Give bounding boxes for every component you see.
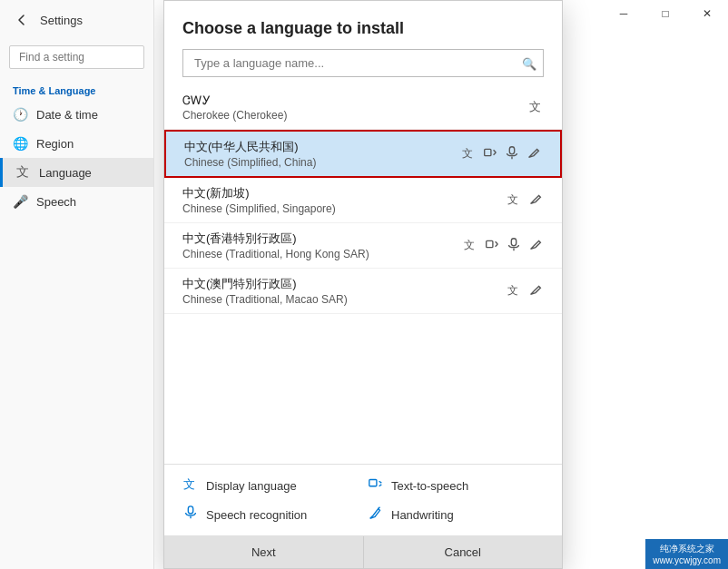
- handwriting-icon: [368, 505, 384, 525]
- svg-text:文: 文: [507, 193, 518, 205]
- search-wrapper: 🔍: [182, 49, 544, 77]
- sidebar-item-label: Speech: [36, 195, 76, 209]
- clock-icon: 🕐: [13, 107, 27, 122]
- find-setting-input[interactable]: [9, 45, 144, 69]
- sidebar-item-date-time[interactable]: 🕐 Date & time: [0, 100, 153, 129]
- next-button[interactable]: Next: [164, 536, 364, 568]
- feature-section: 文 Display language Text-to-speech Speech…: [164, 464, 562, 535]
- lang-code: 中文(中华人民共和国): [184, 139, 316, 155]
- sidebar-item-speech[interactable]: 🎤 Speech: [0, 187, 153, 216]
- maximize-button[interactable]: □: [644, 0, 686, 27]
- svg-line-4: [494, 152, 497, 155]
- window-chrome: ─ □ ✕: [603, 0, 728, 27]
- sidebar-item-label: Language: [39, 166, 92, 180]
- lang-code: 中文(澳門特別行政區): [182, 276, 348, 292]
- main-content-area: ─ □ ✕ ker will appear in this language i…: [154, 0, 728, 569]
- feature-display-language: 文 Display language: [182, 476, 359, 495]
- lang-code: 中文(香港特別行政區): [182, 231, 369, 247]
- svg-text:文: 文: [464, 239, 475, 250]
- feature-handwriting: Handwriting: [368, 505, 544, 525]
- cancel-button[interactable]: Cancel: [364, 536, 563, 568]
- lang-code: 中文(新加坡): [182, 185, 336, 201]
- lang-icons: 文: [527, 98, 544, 117]
- install-language-modal: Choose a language to install 🔍 ᏣᎳᎩ Chero…: [163, 0, 563, 569]
- lang-icon-tts: [484, 236, 500, 255]
- sidebar-item-label: Date & time: [36, 108, 98, 122]
- language-icon: 文: [15, 165, 30, 180]
- lang-icon-handwriting: [527, 281, 544, 300]
- svg-line-11: [496, 244, 498, 247]
- sidebar: Settings Time & Language 🕐 Date & time 🌐…: [0, 0, 154, 569]
- language-search-input[interactable]: [182, 49, 544, 77]
- lang-icon-handwriting: [527, 191, 544, 210]
- sidebar-item-label: Region: [36, 137, 74, 151]
- svg-rect-2: [485, 149, 491, 155]
- lang-code: ᏣᎳᎩ: [182, 93, 287, 108]
- svg-line-18: [379, 485, 382, 486]
- svg-rect-12: [511, 239, 516, 246]
- lang-icon-display: 文: [527, 98, 544, 117]
- lang-icon-speech: [506, 236, 522, 255]
- lang-icon-tts: [482, 144, 498, 163]
- lang-icon-display: 文: [460, 144, 477, 163]
- lang-icons: 文: [460, 144, 542, 163]
- globe-icon: 🌐: [13, 136, 27, 151]
- watermark-line2: www.ycwjgy.com: [653, 555, 721, 565]
- svg-rect-19: [188, 506, 192, 514]
- feature-label: Handwriting: [391, 508, 454, 522]
- lang-icon-handwriting: [527, 236, 544, 255]
- lang-name: Chinese (Simplified, Singapore): [182, 202, 336, 215]
- watermark: 纯净系统之家 www.ycwjgy.com: [645, 539, 728, 569]
- lang-name: Cherokee (Cherokee): [182, 109, 287, 122]
- modal-header: Choose a language to install 🔍: [164, 1, 562, 86]
- lang-name: Chinese (Traditional, Macao SAR): [182, 293, 348, 306]
- close-button[interactable]: ✕: [686, 0, 728, 27]
- lang-item-chinese-simplified-singapore[interactable]: 中文(新加坡) Chinese (Simplified, Singapore) …: [164, 178, 562, 223]
- lang-icons: 文: [506, 281, 544, 300]
- svg-rect-16: [369, 480, 377, 486]
- svg-text:文: 文: [183, 478, 195, 491]
- feature-text-to-speech: Text-to-speech: [368, 476, 544, 495]
- modal-buttons: Next Cancel: [164, 535, 562, 568]
- svg-rect-9: [487, 240, 493, 247]
- lang-item-chinese-simplified-china[interactable]: 中文(中华人民共和国) Chinese (Simplified, China) …: [164, 130, 562, 178]
- watermark-line1: 纯净系统之家: [653, 543, 721, 555]
- lang-icon-handwriting: [526, 144, 542, 163]
- lang-icon-display: 文: [506, 281, 522, 300]
- minimize-button[interactable]: ─: [603, 0, 644, 27]
- svg-line-21: [379, 507, 380, 509]
- lang-icons: 文: [462, 236, 544, 255]
- feature-label: Speech recognition: [206, 508, 307, 522]
- lang-icon-display: 文: [506, 191, 522, 210]
- feature-label: Text-to-speech: [391, 479, 468, 493]
- sidebar-section-header: Time & Language: [0, 78, 153, 100]
- svg-text:文: 文: [462, 147, 473, 159]
- sidebar-item-language[interactable]: 文 Language: [0, 158, 153, 187]
- language-list: ᏣᎳᎩ Cherokee (Cherokee) 文 中文(中华人民共和国) Ch…: [164, 86, 562, 464]
- modal-title: Choose a language to install: [182, 19, 544, 38]
- display-language-icon: 文: [182, 476, 199, 495]
- lang-icon-speech: [504, 144, 520, 163]
- sidebar-title: Settings: [40, 14, 83, 27]
- search-icon: 🔍: [522, 56, 536, 70]
- tts-icon: [368, 476, 384, 495]
- lang-name: Chinese (Simplified, China): [184, 156, 316, 169]
- microphone-icon: 🎤: [13, 194, 27, 209]
- feature-label: Display language: [206, 479, 297, 493]
- svg-text:文: 文: [507, 284, 518, 296]
- sidebar-top: Settings: [0, 0, 153, 40]
- svg-line-17: [379, 481, 382, 483]
- lang-item-cherokee[interactable]: ᏣᎳᎩ Cherokee (Cherokee) 文: [164, 86, 562, 130]
- speech-recognition-icon: [182, 505, 199, 525]
- svg-rect-5: [509, 147, 514, 154]
- feature-speech-recognition: Speech recognition: [182, 505, 359, 525]
- lang-icon-display: 文: [462, 236, 478, 255]
- sidebar-item-region[interactable]: 🌐 Region: [0, 129, 153, 158]
- lang-item-chinese-traditional-hk[interactable]: 中文(香港特別行政區) Chinese (Traditional, Hong K…: [164, 223, 562, 269]
- back-button[interactable]: [11, 9, 33, 31]
- lang-name: Chinese (Traditional, Hong Kong SAR): [182, 248, 369, 260]
- lang-item-chinese-traditional-macao[interactable]: 中文(澳門特別行政區) Chinese (Traditional, Macao …: [164, 269, 562, 314]
- svg-text:文: 文: [529, 101, 541, 113]
- lang-icons: 文: [506, 191, 544, 210]
